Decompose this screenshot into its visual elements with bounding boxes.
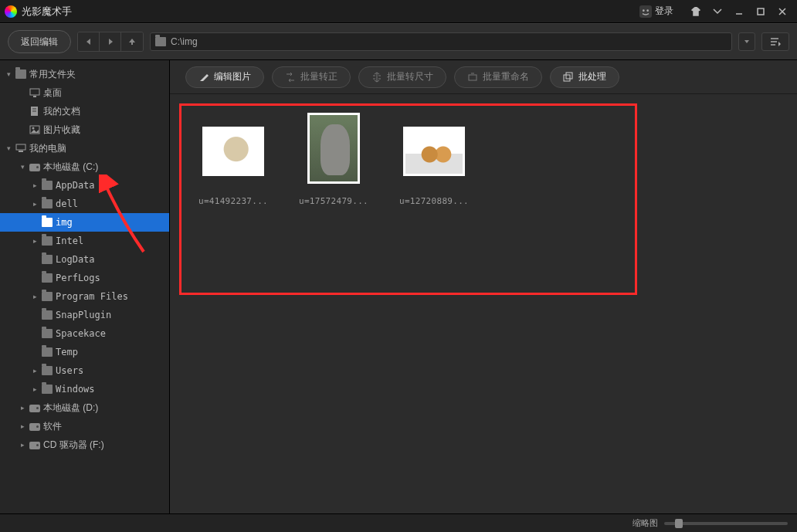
svg-rect-4 bbox=[33, 96, 36, 97]
batch-process-button[interactable]: 批处理 bbox=[550, 66, 619, 88]
tree-drive-f[interactable]: ▸CD 驱动器 (F:) bbox=[0, 435, 169, 454]
sort-button[interactable] bbox=[761, 32, 789, 51]
thumbnail-label: u=41492237... bbox=[195, 196, 272, 206]
tree-mycomputer[interactable]: ▾我的电脑 bbox=[0, 139, 169, 158]
tree-folder-img[interactable]: img bbox=[0, 213, 169, 232]
thumb-size-label: 缩略图 bbox=[633, 517, 658, 529]
app-title: 光影魔术手 bbox=[22, 5, 635, 19]
tree-folder-perflogs[interactable]: PerfLogs bbox=[0, 269, 169, 287]
close-button[interactable] bbox=[772, 4, 792, 19]
svg-rect-8 bbox=[32, 111, 36, 112]
thumbnail-image bbox=[307, 113, 360, 184]
svg-point-10 bbox=[32, 127, 35, 130]
svg-rect-7 bbox=[32, 110, 36, 110]
app-icon bbox=[5, 5, 17, 18]
svg-rect-11 bbox=[16, 144, 25, 150]
tree-folder-logdata[interactable]: LogData bbox=[0, 250, 169, 269]
thumbnail-grid[interactable]: u=41492237... u=17572479... u=12720889..… bbox=[170, 94, 797, 513]
tree-folder-users[interactable]: ▸Users bbox=[0, 361, 169, 380]
maximize-button[interactable] bbox=[751, 4, 771, 19]
action-bar: 编辑图片 批量转正 批量转尺寸 批量重命名 批处理 bbox=[170, 60, 797, 94]
avatar-icon bbox=[639, 5, 652, 18]
svg-rect-13 bbox=[469, 75, 477, 80]
svg-point-0 bbox=[643, 9, 645, 12]
address-dropdown[interactable] bbox=[738, 32, 755, 51]
svg-rect-14 bbox=[564, 75, 570, 81]
tree-folder-snapplugin[interactable]: SnapPlugin bbox=[0, 306, 169, 324]
svg-rect-15 bbox=[566, 73, 572, 79]
svg-rect-2 bbox=[758, 8, 764, 15]
nav-group bbox=[77, 32, 144, 52]
nav-toolbar: 返回编辑 C:\img bbox=[0, 23, 797, 60]
nav-back-button[interactable] bbox=[78, 32, 100, 51]
status-bar: 缩略图 bbox=[0, 513, 797, 532]
thumb-size-slider[interactable] bbox=[664, 522, 788, 525]
tree-folder-appdata[interactable]: ▸AppData bbox=[0, 176, 169, 195]
nav-forward-button[interactable] bbox=[100, 32, 121, 51]
nav-up-button[interactable] bbox=[121, 32, 143, 51]
thumbnail-item[interactable]: u=12720889... bbox=[395, 113, 473, 206]
thumbnail-image bbox=[202, 127, 264, 176]
svg-rect-3 bbox=[30, 89, 39, 95]
batch-rename-button[interactable]: 批量重命名 bbox=[454, 66, 542, 88]
skin-button[interactable] bbox=[686, 4, 706, 19]
address-bar[interactable]: C:\img bbox=[150, 32, 732, 51]
folder-icon bbox=[155, 37, 166, 46]
tree-folder-intel[interactable]: ▸Intel bbox=[0, 232, 169, 250]
batch-orient-button[interactable]: 批量转正 bbox=[272, 66, 351, 88]
thumbnail-image bbox=[403, 127, 465, 176]
login-button[interactable]: 登录 bbox=[635, 3, 678, 19]
tree-favorites[interactable]: ▾常用文件夹 bbox=[0, 65, 169, 83]
thumbnail-item[interactable]: u=41492237... bbox=[195, 113, 272, 206]
thumbnail-item[interactable]: u=17572479... bbox=[295, 113, 372, 206]
tree-drive-d[interactable]: ▸本地磁盘 (D:) bbox=[0, 398, 169, 417]
minimize-button[interactable] bbox=[729, 4, 749, 19]
menu-down-button[interactable] bbox=[707, 4, 727, 19]
svg-rect-12 bbox=[19, 151, 23, 152]
main-area: 编辑图片 批量转正 批量转尺寸 批量重命名 批处理 bbox=[170, 60, 797, 513]
batch-resize-button[interactable]: 批量转尺寸 bbox=[358, 66, 446, 88]
back-to-edit-button[interactable]: 返回编辑 bbox=[8, 30, 71, 53]
svg-rect-6 bbox=[32, 108, 36, 109]
login-label: 登录 bbox=[655, 5, 673, 18]
tree-folder-program-files[interactable]: ▸Program Files bbox=[0, 287, 169, 306]
tree-picfav[interactable]: 图片收藏 bbox=[0, 120, 169, 139]
title-bar: 光影魔术手 登录 bbox=[0, 0, 797, 23]
tree-folder-dell[interactable]: ▸dell bbox=[0, 195, 169, 213]
tree-folder-spacekace[interactable]: Spacekace bbox=[0, 324, 169, 343]
edit-image-button[interactable]: 编辑图片 bbox=[185, 66, 264, 88]
tree-desktop[interactable]: 桌面 bbox=[0, 83, 169, 102]
folder-tree[interactable]: ▾常用文件夹 桌面 我的文档 图片收藏 ▾我的电脑 ▾本地磁盘 (C:) ▸Ap… bbox=[0, 60, 170, 513]
tree-documents[interactable]: 我的文档 bbox=[0, 102, 169, 120]
thumbnail-label: u=12720889... bbox=[395, 196, 473, 206]
tree-folder-temp[interactable]: Temp bbox=[0, 343, 169, 361]
thumbnail-label: u=17572479... bbox=[295, 196, 372, 206]
svg-point-1 bbox=[646, 9, 649, 12]
address-path: C:\img bbox=[171, 36, 198, 47]
tree-drive-c[interactable]: ▾本地磁盘 (C:) bbox=[0, 158, 169, 176]
tree-folder-windows[interactable]: ▸Windows bbox=[0, 380, 169, 398]
tree-drive-soft[interactable]: ▸软件 bbox=[0, 417, 169, 435]
